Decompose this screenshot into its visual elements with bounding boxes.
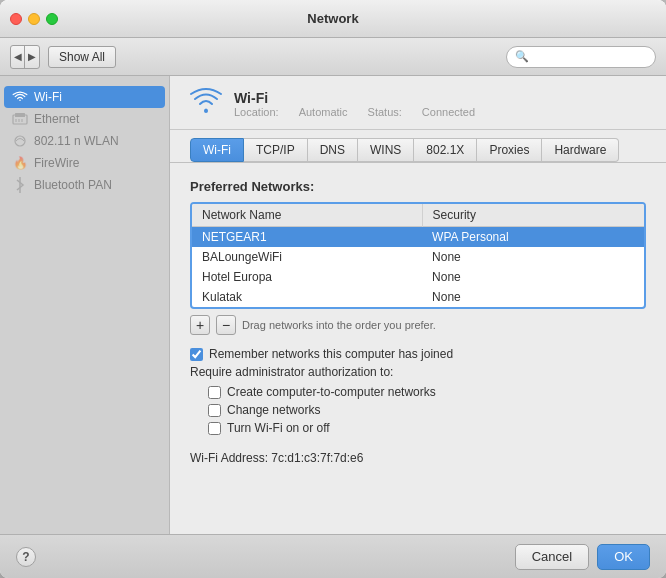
computer-to-computer-row: Create computer-to-computer networks <box>208 385 646 399</box>
tab-tcpip[interactable]: TCP/IP <box>244 138 308 162</box>
network-name-cell: Kulatak <box>192 287 422 307</box>
tab-dns[interactable]: DNS <box>308 138 358 162</box>
sidebar-item-wifi[interactable]: Wi-Fi <box>4 86 165 108</box>
sidebar-item-wlan[interactable]: 802.11 n WLAN <box>0 130 169 152</box>
sidebar-label-firewire: FireWire <box>34 156 79 170</box>
sidebar: Wi-Fi Ethernet <box>0 76 170 534</box>
remove-network-button[interactable]: − <box>216 315 236 335</box>
table-actions: + − Drag networks into the order you pre… <box>190 315 646 335</box>
help-button[interactable]: ? <box>16 547 36 567</box>
sidebar-item-bluetooth[interactable]: Bluetooth PAN <box>0 174 169 196</box>
sidebar-label-wifi: Wi-Fi <box>34 90 62 104</box>
tab-proxies[interactable]: Proxies <box>477 138 542 162</box>
sidebar-label-bluetooth: Bluetooth PAN <box>34 178 112 192</box>
remember-checkbox[interactable] <box>190 348 203 361</box>
show-all-button[interactable]: Show All <box>48 46 116 68</box>
tab-wifi[interactable]: Wi-Fi <box>190 138 244 162</box>
wlan-icon <box>12 133 28 149</box>
turn-wifi-label: Turn Wi-Fi on or off <box>227 421 330 435</box>
tabs-row: Wi-Fi TCP/IP DNS WINS 802.1X Proxies Har… <box>170 130 666 163</box>
tab-wins[interactable]: WINS <box>358 138 414 162</box>
main-area: Wi-Fi Ethernet <box>0 76 666 534</box>
cancel-button[interactable]: Cancel <box>515 544 589 570</box>
networks-table-container: Network Name Security NETGEAR1WPA Person… <box>190 202 646 309</box>
wifi-address-value: 7c:d1:c3:7f:7d:e6 <box>271 451 363 465</box>
search-icon: 🔍 <box>515 50 529 63</box>
sub-checkboxes: Create computer-to-computer networks Cha… <box>208 385 646 435</box>
bluetooth-icon <box>12 177 28 193</box>
location-label: Location: <box>234 106 279 118</box>
service-status-row: Location: Automatic Status: Connected <box>234 106 475 118</box>
preferred-networks-label: Preferred Networks: <box>190 179 646 194</box>
content-panel: Wi-Fi Location: Automatic Status: Connec… <box>170 76 666 534</box>
network-security-cell: None <box>422 267 644 287</box>
networks-table: Network Name Security NETGEAR1WPA Person… <box>192 204 644 307</box>
bottom-bar: ? Cancel OK <box>0 534 666 578</box>
tab-hardware[interactable]: Hardware <box>542 138 619 162</box>
service-header: Wi-Fi Location: Automatic Status: Connec… <box>170 76 666 130</box>
wifi-address-label: Wi-Fi Address: <box>190 451 268 465</box>
table-row[interactable]: NETGEAR1WPA Personal <box>192 227 644 248</box>
drag-hint: Drag networks into the order you prefer. <box>242 319 436 331</box>
turn-wifi-checkbox[interactable] <box>208 422 221 435</box>
wifi-large-icon <box>190 86 222 121</box>
change-networks-row: Change networks <box>208 403 646 417</box>
tab-8021x[interactable]: 802.1X <box>414 138 477 162</box>
wifi-icon <box>12 89 28 105</box>
change-networks-label: Change networks <box>227 403 320 417</box>
network-name-cell: BALoungeWiFi <box>192 247 422 267</box>
network-name-cell: NETGEAR1 <box>192 227 422 248</box>
remember-label: Remember networks this computer has join… <box>209 347 453 361</box>
forward-button[interactable]: ▶ <box>25 46 39 68</box>
title-bar: Network <box>0 0 666 38</box>
wifi-address-row: Wi-Fi Address: 7c:d1:c3:7f:7d:e6 <box>190 451 646 465</box>
col-header-name: Network Name <box>192 204 422 227</box>
computer-to-computer-label: Create computer-to-computer networks <box>227 385 436 399</box>
sidebar-item-ethernet[interactable]: Ethernet <box>0 108 169 130</box>
status-label: Status: <box>368 106 402 118</box>
back-button[interactable]: ◀ <box>11 46 25 68</box>
nav-arrows: ◀ ▶ <box>10 45 40 69</box>
tab-content-wifi: Preferred Networks: Network Name Securit… <box>170 163 666 534</box>
service-name: Wi-Fi <box>234 90 475 106</box>
toolbar: ◀ ▶ Show All 🔍 <box>0 38 666 76</box>
table-row[interactable]: Hotel EuropaNone <box>192 267 644 287</box>
status-value: Connected <box>422 106 475 118</box>
ethernet-icon <box>12 111 28 127</box>
window: Network ◀ ▶ Show All 🔍 <box>0 0 666 578</box>
sidebar-item-firewire[interactable]: 🔥 FireWire <box>0 152 169 174</box>
search-input[interactable] <box>532 50 647 64</box>
turn-wifi-row: Turn Wi-Fi on or off <box>208 421 646 435</box>
add-network-button[interactable]: + <box>190 315 210 335</box>
network-security-cell: None <box>422 247 644 267</box>
firewire-icon: 🔥 <box>12 155 28 171</box>
svg-rect-1 <box>15 113 25 117</box>
ok-button[interactable]: OK <box>597 544 650 570</box>
svg-point-7 <box>204 109 208 113</box>
remember-networks-row: Remember networks this computer has join… <box>190 347 646 361</box>
close-button[interactable] <box>10 13 22 25</box>
computer-to-computer-checkbox[interactable] <box>208 386 221 399</box>
location-value: Automatic <box>299 106 348 118</box>
table-row[interactable]: KulatakNone <box>192 287 644 307</box>
change-networks-checkbox[interactable] <box>208 404 221 417</box>
minimize-button[interactable] <box>28 13 40 25</box>
sidebar-label-wlan: 802.11 n WLAN <box>34 134 119 148</box>
network-security-cell: None <box>422 287 644 307</box>
require-admin-label: Require administrator authorization to: <box>190 365 646 379</box>
network-security-cell: WPA Personal <box>422 227 644 248</box>
table-row[interactable]: BALoungeWiFiNone <box>192 247 644 267</box>
col-header-security: Security <box>422 204 644 227</box>
search-box: 🔍 <box>506 46 656 68</box>
bottom-buttons: Cancel OK <box>515 544 650 570</box>
sidebar-label-ethernet: Ethernet <box>34 112 79 126</box>
window-title: Network <box>307 11 358 26</box>
traffic-lights <box>10 13 58 25</box>
maximize-button[interactable] <box>46 13 58 25</box>
network-name-cell: Hotel Europa <box>192 267 422 287</box>
service-info: Wi-Fi Location: Automatic Status: Connec… <box>234 90 475 118</box>
